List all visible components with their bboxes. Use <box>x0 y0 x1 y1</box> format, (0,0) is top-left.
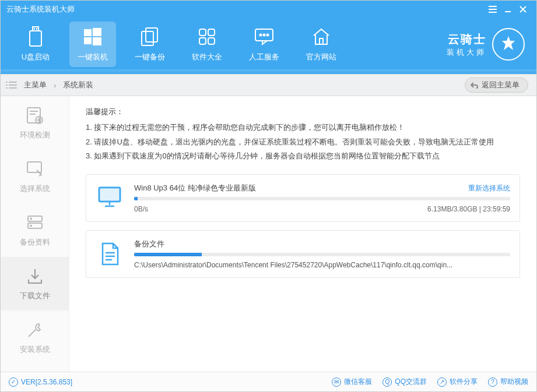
brand-logo-icon <box>492 28 525 61</box>
top-nav: U盘启动 一键装机 一键备份 软件大全 人工服务 <box>1 18 536 74</box>
menu-button[interactable] <box>485 2 500 17</box>
svg-rect-12 <box>84 37 92 44</box>
nav-label: 官方网站 <box>306 52 336 62</box>
nav-label: 一键装机 <box>78 52 108 62</box>
svg-rect-17 <box>208 29 215 36</box>
content-area: 温馨提示： 1. 接下来的过程无需您的干预，程序会帮助您自动完成剩下的步骤，您可… <box>69 96 536 372</box>
nav-one-click-backup[interactable]: 一键备份 <box>127 22 173 67</box>
qq-group-link[interactable]: Q QQ交流群 <box>382 377 427 387</box>
brand: 云骑士 装机大师 <box>447 28 525 61</box>
svg-rect-16 <box>199 29 206 36</box>
svg-point-33 <box>30 225 31 227</box>
nav-label: U盘启动 <box>22 52 50 62</box>
cursor-icon <box>25 159 45 179</box>
list-icon <box>9 82 17 89</box>
version-label[interactable]: ✓ VER[2.5.36.853] <box>9 377 72 387</box>
sidebar-item-select-system[interactable]: 选择系统 <box>1 150 69 203</box>
svg-rect-24 <box>320 38 323 44</box>
nav-official-site[interactable]: 官方网站 <box>298 22 345 67</box>
tip-line: 3. 如果遇到下载速度为0的情况时请耐心等待几分钟，服务器会自动根据您当前网络位… <box>86 149 520 164</box>
sidebar-label: 安装系统 <box>20 344 50 355</box>
share-icon: ↗ <box>437 377 447 387</box>
svg-rect-15 <box>142 31 153 45</box>
breadcrumb-bar: 主菜单 › 系统新装 返回主菜单 <box>1 74 536 96</box>
svg-point-32 <box>30 218 31 220</box>
tip-line: 1. 接下来的过程无需您的干预，程序会帮助您自动完成剩下的步骤，您可以离开电脑稍… <box>86 121 520 135</box>
svg-rect-34 <box>99 188 120 202</box>
nav-label: 一键备份 <box>135 52 165 62</box>
svg-rect-11 <box>93 28 101 36</box>
svg-rect-10 <box>84 29 92 36</box>
svg-rect-25 <box>27 108 40 123</box>
tip-line: 2. 请拔掉U盘、移动硬盘，退出光驱内的光盘，并保证系统重装过程不断电。否则重装… <box>86 135 520 150</box>
back-label: 返回主菜单 <box>482 80 520 90</box>
svg-rect-13 <box>93 37 101 45</box>
backup-progress <box>134 253 510 256</box>
sidebar-label: 环境检测 <box>20 130 50 140</box>
download-speed: 0B/s <box>134 205 148 213</box>
svg-rect-29 <box>27 162 41 172</box>
close-button[interactable] <box>515 2 531 17</box>
sidebar-item-env-check[interactable]: 环境检测 <box>1 96 69 150</box>
wrench-icon <box>25 320 45 340</box>
help-icon: ? <box>488 377 497 387</box>
share-link[interactable]: ↗ 软件分享 <box>437 377 478 387</box>
gear-doc-icon <box>25 105 45 125</box>
sidebar-label: 选择系统 <box>20 183 50 194</box>
file-icon <box>96 239 124 267</box>
server-icon <box>25 213 45 232</box>
back-main-button[interactable]: 返回主菜单 <box>465 77 528 93</box>
windows-icon <box>83 26 103 47</box>
sidebar: 环境检测 选择系统 备份资料 下载文件 <box>1 96 69 372</box>
backup-path: C:\Users\Administrator\Documents\Tencent… <box>134 261 510 269</box>
sidebar-label: 备份资料 <box>20 237 50 248</box>
svg-rect-14 <box>146 28 157 42</box>
sidebar-label: 下载文件 <box>20 291 50 301</box>
svg-point-22 <box>264 34 265 36</box>
chevron-right-icon: › <box>54 81 56 90</box>
brand-line1: 云骑士 <box>448 31 486 47</box>
nav-software[interactable]: 软件大全 <box>184 22 230 67</box>
sidebar-item-backup[interactable]: 备份资料 <box>1 203 69 257</box>
nav-usb-boot[interactable]: U盘启动 <box>12 22 59 67</box>
download-progress <box>134 197 510 200</box>
monitor-icon <box>96 183 124 209</box>
download-name: Win8 Up3 64位 纯净绿色专业最新版 <box>134 183 256 193</box>
check-icon: ✓ <box>9 377 18 387</box>
crumb-main[interactable]: 主菜单 <box>24 80 47 90</box>
wechat-support-link[interactable]: ✉ 微信客服 <box>332 377 372 387</box>
minimize-button[interactable] <box>500 2 515 17</box>
download-icon <box>25 266 45 286</box>
reselect-system-link[interactable]: 重新选择系统 <box>468 183 510 193</box>
sidebar-item-download[interactable]: 下载文件 <box>1 257 69 310</box>
titlebar: 云骑士系统装机大师 <box>1 1 536 18</box>
svg-point-21 <box>260 34 262 36</box>
help-video-link[interactable]: ? 帮助视频 <box>488 377 528 387</box>
backup-card: 备份文件 C:\Users\Administrator\Documents\Te… <box>86 230 520 278</box>
qq-icon: Q <box>382 377 392 387</box>
copy-icon <box>141 26 159 47</box>
usb-icon <box>28 26 43 47</box>
crumb-current: 系统新装 <box>63 80 93 90</box>
nav-one-click-install[interactable]: 一键装机 <box>69 22 116 67</box>
nav-label: 软件大全 <box>192 52 222 62</box>
window-title: 云骑士系统装机大师 <box>6 4 75 15</box>
svg-rect-7 <box>33 27 38 31</box>
home-icon <box>311 26 331 47</box>
wechat-icon: ✉ <box>332 377 341 387</box>
nav-human-service[interactable]: 人工服务 <box>241 22 287 67</box>
svg-rect-6 <box>30 31 41 46</box>
tips-list: 1. 接下来的过程无需您的干预，程序会帮助您自动完成剩下的步骤，您可以离开电脑稍… <box>86 121 520 164</box>
apps-icon <box>198 26 216 47</box>
download-card: Win8 Up3 64位 纯净绿色专业最新版 重新选择系统 0B/s 6.13M… <box>86 174 520 222</box>
chat-icon <box>254 26 274 47</box>
svg-rect-18 <box>199 38 206 44</box>
nav-label: 人工服务 <box>249 52 279 62</box>
download-status: 6.13MB/3.80GB | 23:59:59 <box>427 205 510 213</box>
footer: ✓ VER[2.5.36.853] ✉ 微信客服 Q QQ交流群 ↗ 软件分享 … <box>1 372 536 391</box>
svg-rect-19 <box>208 38 215 44</box>
tips-title: 温馨提示： <box>86 107 520 117</box>
sidebar-item-install[interactable]: 安装系统 <box>1 310 69 364</box>
svg-point-23 <box>267 34 269 36</box>
brand-line2: 装机大师 <box>447 47 486 58</box>
